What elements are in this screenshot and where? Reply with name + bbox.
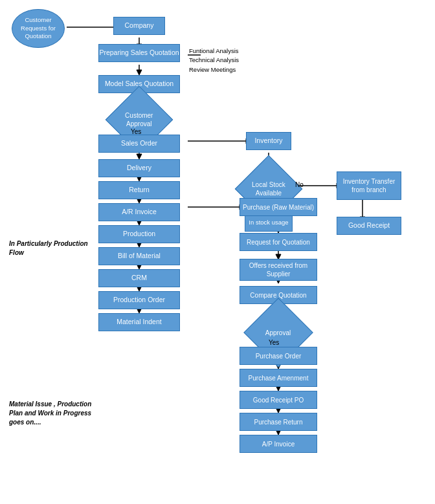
- functional-analysis-text: Funtional Analysis Technical Analysis Re…: [189, 47, 239, 74]
- return-label: Return: [129, 186, 150, 195]
- customer-approval-label: CustomerApproval: [125, 111, 153, 128]
- delivery-label: Delivery: [127, 164, 151, 173]
- good-receipt-branch-label: Good Receipt: [348, 221, 390, 230]
- no1-label: No: [295, 181, 304, 188]
- inventory-label: Inventory: [254, 137, 282, 146]
- offers-received-label: Offers received from Supplier: [249, 261, 307, 278]
- bill-material-node: Bill of Material: [98, 247, 180, 265]
- production-order-node: Production Order: [98, 291, 180, 309]
- good-receipt-po-label: Good Receipt PO: [253, 396, 304, 404]
- offers-received-node: Offers received from Supplier: [240, 259, 317, 281]
- inventory-transfer-label: Inventory Transfer from branch: [343, 177, 396, 194]
- sales-order-node: Sales Order: [98, 135, 180, 153]
- sales-order-label: Sales Order: [121, 139, 157, 148]
- inventory-node: Inventory: [246, 132, 291, 150]
- production-node: Production: [98, 225, 180, 243]
- svg-marker-12: [137, 154, 142, 159]
- return-node: Return: [98, 181, 180, 199]
- purchase-raw-label: Purchase (Raw Material): [243, 203, 314, 212]
- in-stock-label: In stock usage: [249, 219, 288, 226]
- customer-requests-node: Customer Requests for Quotation: [12, 9, 65, 48]
- material-indent-label: Material Indent: [117, 318, 161, 327]
- ar-invoice-label: A/R Invoice: [122, 208, 157, 217]
- purchase-amendment-node: Purchase Amenment: [240, 369, 317, 387]
- production-label: Production: [123, 230, 155, 239]
- customer-requests-label: Customer Requests for Quotation: [21, 16, 56, 40]
- ap-invoice-label: A/P Invoice: [262, 440, 295, 448]
- purchase-amendment-label: Purchase Amenment: [249, 374, 309, 382]
- in-stock-node: In stock usage: [245, 214, 293, 232]
- crm-label: CRM: [131, 274, 147, 283]
- bill-material-label: Bill of Material: [118, 252, 161, 261]
- inventory-transfer-node: Inventory Transfer from branch: [337, 171, 401, 200]
- yes3-label: Yes: [269, 339, 279, 346]
- request-quotation-label: Request for Quotation: [247, 238, 310, 247]
- ap-invoice-node: A/P Invoice: [240, 435, 317, 453]
- production-order-label: Production Order: [113, 296, 165, 305]
- preparing-sales-label: Preparing Sales Quotation: [99, 49, 179, 58]
- crm-node: CRM: [98, 269, 180, 287]
- request-quotation-node: Request for Quotation: [240, 233, 317, 251]
- approval2-label: Approval: [265, 329, 291, 337]
- purchase-return-label: Purchase Return: [254, 418, 302, 426]
- company-node: Company: [113, 17, 165, 35]
- purchase-return-node: Purchase Return: [240, 413, 317, 431]
- material-indent-node: Material Indent: [98, 313, 180, 331]
- preparing-sales-node: Preparing Sales Quotation: [98, 44, 180, 62]
- ar-invoice-node: A/R Invoice: [98, 203, 180, 221]
- svg-marker-6: [137, 70, 142, 75]
- local-stock-label: Local StockAvailable: [252, 181, 285, 197]
- purchase-raw-node2: Purchase (Raw Material): [240, 198, 317, 216]
- delivery-node: Delivery: [98, 159, 180, 177]
- company-label: Company: [125, 21, 154, 30]
- flowchart: Customer Requests for Quotation Company …: [0, 0, 435, 504]
- good-receipt-po-node: Good Receipt PO: [240, 391, 317, 409]
- material-issue-label: Material Issue , Production Plan and Wor…: [9, 400, 100, 427]
- good-receipt-branch-node: Good Receipt: [337, 217, 401, 235]
- in-particularly-label: In Particularly Production Flow: [9, 239, 93, 257]
- purchase-order-node: Purchase Order: [240, 347, 317, 365]
- purchase-order-label: Purchase Order: [256, 352, 302, 360]
